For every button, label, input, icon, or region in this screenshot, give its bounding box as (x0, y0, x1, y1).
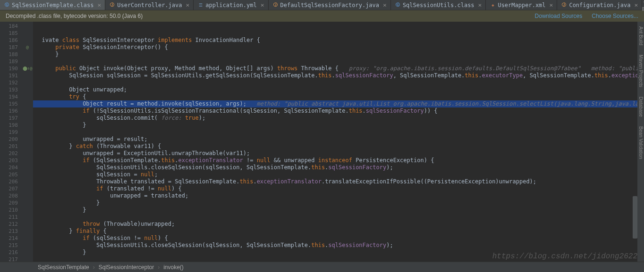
gutter-icon-row[interactable] (22, 30, 33, 37)
line-number[interactable]: 197 (0, 115, 22, 122)
gutter-icon-row[interactable] (22, 23, 33, 30)
line-number[interactable]: 189 (0, 58, 22, 65)
line-number[interactable]: 188 (0, 51, 22, 58)
gutter-icon-row[interactable] (22, 206, 33, 214)
line-number[interactable]: 186 (0, 37, 22, 44)
gutter-icon-row[interactable] (22, 79, 33, 86)
line-number[interactable]: 214 (0, 235, 22, 242)
vertical-scrollbar[interactable] (633, 196, 637, 239)
code-line[interactable] (33, 214, 644, 221)
line-number[interactable]: 205 (0, 171, 22, 178)
close-icon[interactable]: × (383, 1, 387, 8)
line-number[interactable]: 196 (0, 107, 22, 115)
tool-window-maven-projects[interactable]: Maven Projects (638, 55, 644, 87)
code-line[interactable]: SqlSession sqlSession = SqlSessionUtils.… (33, 72, 644, 79)
tool-window-ant-build[interactable]: Ant Build (638, 26, 644, 45)
code-line[interactable]: SqlSessionUtils.closeSqlSession(sqlSessi… (33, 164, 644, 171)
tab-sqlsessiontemplate-class[interactable]: ⓒSqlSessionTemplate.class× (0, 0, 105, 10)
code-line[interactable]: public Object invoke(Object proxy, Metho… (33, 65, 644, 72)
tool-window-bean-validation[interactable]: Bean Validation (638, 126, 644, 159)
gutter-icon-row[interactable] (22, 136, 33, 143)
gutter-icon-row[interactable] (22, 249, 33, 256)
line-number[interactable]: 187 (0, 44, 22, 51)
code-line[interactable]: unwrapped = translated; (33, 192, 644, 199)
tabs-overflow-button[interactable]: ··· ▤ (642, 0, 644, 12)
gutter-icon-row[interactable] (22, 115, 33, 122)
gutter-icon-row[interactable] (22, 72, 33, 79)
code-line[interactable]: } catch (Throwable var11) { (33, 143, 644, 150)
code-line[interactable]: } (33, 249, 644, 256)
code-line[interactable]: } (33, 122, 644, 129)
line-number[interactable]: 203 (0, 157, 22, 164)
breadcrumb-item[interactable]: SqlSessionTemplate (38, 264, 89, 271)
line-number[interactable]: 200 (0, 136, 22, 143)
code-line[interactable] (33, 23, 644, 30)
close-icon[interactable]: × (478, 1, 482, 8)
line-number[interactable]: 198 (0, 122, 22, 129)
line-number[interactable]: 195 (0, 100, 22, 107)
gutter-icon-row[interactable] (22, 107, 33, 115)
line-number[interactable]: 208 (0, 192, 22, 199)
code-line[interactable] (33, 58, 644, 65)
code-line[interactable]: sqlSession.commit( force: true); (33, 115, 644, 122)
code-line[interactable]: if (SqlSessionTemplate.this.exceptionTra… (33, 157, 644, 164)
code-line[interactable]: unwrapped = ExceptionUtil.unwrapThrowabl… (33, 150, 644, 157)
code-line[interactable]: if (sqlSession != null) { (33, 235, 644, 242)
line-number[interactable]: 190 (0, 65, 22, 72)
code-editor[interactable]: ivate class SqlSessionInterceptor implem… (33, 22, 644, 262)
gutter-icon-strip[interactable]: @⬤↑@ (22, 22, 33, 262)
code-line[interactable]: if (translated != null) { (33, 185, 644, 192)
line-number[interactable]: 204 (0, 164, 22, 171)
line-number[interactable]: 194 (0, 93, 22, 100)
line-number[interactable]: 202 (0, 150, 22, 157)
download-sources-link[interactable]: Download Sources (535, 13, 583, 19)
gutter-icon-row[interactable] (22, 129, 33, 136)
gutter-icon-row[interactable] (22, 256, 33, 263)
tool-window-database[interactable]: Database (638, 97, 644, 117)
gutter-icon-row[interactable] (22, 93, 33, 100)
gutter-icon-row[interactable] (22, 221, 33, 228)
code-line[interactable]: try { (33, 93, 644, 100)
gutter-icon-row[interactable] (22, 214, 33, 221)
choose-sources-link[interactable]: Choose Sources... (592, 13, 638, 19)
line-number[interactable]: 192 (0, 79, 22, 86)
code-line[interactable]: unwrapped = result; (33, 136, 644, 143)
line-number[interactable]: 211 (0, 214, 22, 221)
tab-defaultsqlsessionfactory-java[interactable]: ⒿDefaultSqlSessionFactory.java× (269, 0, 391, 10)
tab-configuration-java[interactable]: ⒿConfiguration.java× (557, 0, 642, 10)
code-line[interactable]: } (33, 199, 644, 206)
code-line[interactable]: if (!SqlSessionUtils.isSqlSessionTransac… (33, 107, 644, 115)
gutter-icon-row[interactable] (22, 185, 33, 192)
gutter-icon-row[interactable] (22, 143, 33, 150)
line-number[interactable]: 184 (0, 23, 22, 30)
line-number[interactable]: 193 (0, 86, 22, 93)
line-number[interactable]: 185 (0, 30, 22, 37)
line-number[interactable]: 207 (0, 185, 22, 192)
gutter-icon-row[interactable] (22, 235, 33, 242)
tab-usermapper-xml[interactable]: ◈UserMapper.xml× (486, 0, 557, 10)
close-icon[interactable]: × (186, 1, 190, 8)
breadcrumbs[interactable]: SqlSessionTemplate›SqlSessionInterceptor… (0, 262, 644, 272)
gutter-icon-row[interactable] (22, 86, 33, 93)
code-line[interactable]: Object unwrapped; (33, 86, 644, 93)
gutter-icon-row[interactable] (22, 122, 33, 129)
line-number[interactable]: 216 (0, 249, 22, 256)
breadcrumb-item[interactable]: SqlSessionInterceptor (99, 264, 154, 271)
gutter-icon-row[interactable] (22, 58, 33, 65)
code-line[interactable]: Object result = method.invoke(sqlSession… (33, 100, 644, 107)
code-line[interactable] (33, 79, 644, 86)
code-line[interactable]: private SqlSessionInterceptor() { (33, 44, 644, 51)
line-number[interactable]: 199 (0, 129, 22, 136)
gutter-icon-row[interactable] (22, 178, 33, 185)
gutter-icon-row[interactable] (22, 228, 33, 235)
tab-application-yml[interactable]: ☰application.yml× (194, 0, 268, 10)
gutter-icon-row[interactable] (22, 171, 33, 178)
gutter-icon-row[interactable]: ⬤↑@ (22, 65, 33, 72)
code-line[interactable] (33, 30, 644, 37)
code-line[interactable]: } (33, 206, 644, 214)
gutter-icon-row[interactable] (22, 150, 33, 157)
gutter-icon-row[interactable] (22, 199, 33, 206)
code-line[interactable]: SqlSessionUtils.closeSqlSession(sqlSessi… (33, 242, 644, 249)
line-number[interactable]: 213 (0, 228, 22, 235)
gutter-icon-row[interactable]: @ (22, 44, 33, 51)
